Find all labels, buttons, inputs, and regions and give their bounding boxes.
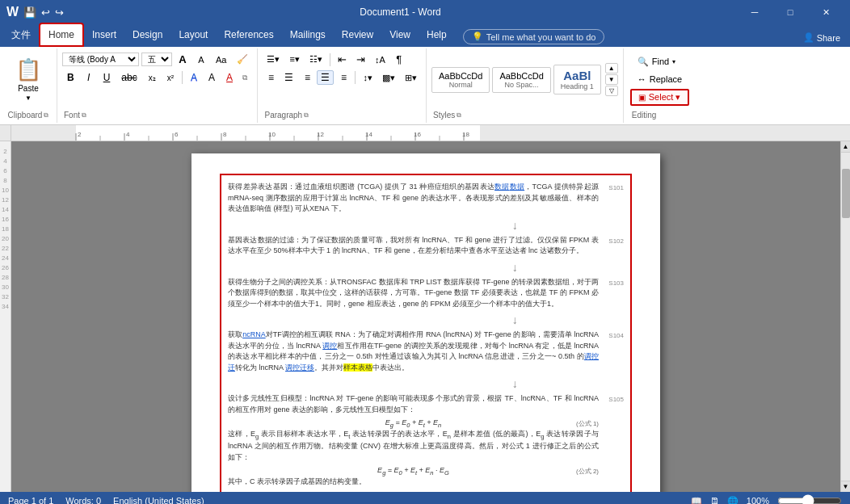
extend-font-icon[interactable]: ⧉: [242, 74, 247, 82]
tell-me-label: Tell me what you want to do: [486, 32, 596, 42]
svg-text:18: 18: [462, 131, 469, 138]
close-button[interactable]: ✕: [808, 0, 844, 24]
align-center-button[interactable]: ☰: [280, 70, 297, 85]
italic-button[interactable]: I: [81, 70, 97, 85]
change-case-button[interactable]: Aa: [212, 53, 230, 66]
find-icon: 🔍: [638, 57, 649, 67]
underline-button[interactable]: U: [99, 70, 116, 85]
multilevel-button[interactable]: ☷▾: [305, 52, 326, 66]
tab-help[interactable]: Help: [419, 23, 455, 47]
shrink-font-button[interactable]: A: [193, 53, 209, 66]
save-icon[interactable]: 💾: [23, 6, 36, 19]
view-print-icon[interactable]: 🖺: [710, 496, 719, 504]
style-heading1[interactable]: AaBl Heading 1: [553, 65, 601, 94]
tab-layout[interactable]: Layout: [170, 23, 216, 47]
tab-file[interactable]: 文件: [3, 23, 39, 47]
font-color-button[interactable]: A: [221, 70, 238, 85]
select-button[interactable]: ▣ Select ▾: [630, 89, 689, 106]
text-effect-button[interactable]: A: [186, 70, 202, 85]
shading-button[interactable]: ▩▾: [378, 71, 399, 85]
sort-button[interactable]: ↕A: [371, 53, 389, 66]
view-read-icon[interactable]: 📖: [691, 496, 702, 505]
style-heading1-preview: AaBl: [561, 69, 594, 82]
ruler-horizontal: 2 4 6 8 10 12 14 16 18: [11, 125, 850, 141]
tab-insert[interactable]: Insert: [84, 23, 124, 47]
paste-label: Paste: [18, 84, 39, 93]
style-no-spacing[interactable]: AaBbCcDd No Spac...: [492, 67, 550, 93]
section-s105-label: S105: [604, 393, 624, 488]
app-title: Document1 - Word: [64, 6, 737, 18]
page-info: Page 1 of 1: [8, 496, 53, 504]
clipboard-label: Clipboard ⧉: [6, 109, 51, 121]
font-group: 等线 (Body A 五号 A A Aa 🧹 B I U abc x₂ x² A…: [57, 48, 258, 123]
tab-references[interactable]: References: [216, 23, 281, 47]
paste-icon: 📋: [15, 57, 41, 82]
bold-button[interactable]: B: [62, 70, 79, 85]
borders-button[interactable]: ⊞▾: [401, 71, 421, 85]
section-s105-text: 设计多元线性互归模型：lncRNA 对 TF-gene 的影响可能表现多个形式的…: [228, 393, 599, 488]
styles-down-button[interactable]: ▼: [605, 74, 618, 85]
window-controls: ─ □ ✕: [737, 0, 844, 24]
justify-button[interactable]: ☰: [317, 70, 334, 85]
highlight-button[interactable]: A: [204, 70, 220, 85]
align-left-button[interactable]: ≡: [263, 70, 279, 85]
vertical-scrollbar[interactable]: ▲ ▼: [840, 141, 850, 492]
styles-expand-icon[interactable]: ⧉: [457, 111, 461, 120]
separator-1: [182, 71, 183, 84]
paragraph-label: Paragraph ⧉: [263, 109, 421, 121]
strikethrough-button[interactable]: abc: [116, 70, 141, 85]
align-right-button[interactable]: ≡: [299, 70, 315, 85]
font-name-select[interactable]: 等线 (Body A: [62, 52, 139, 66]
status-bar: Page 1 of 1 Words: 0 English (United Sta…: [0, 492, 850, 504]
bullets-button[interactable]: ☰▾: [263, 52, 284, 66]
font-expand-icon[interactable]: ⧉: [82, 111, 86, 120]
tab-view[interactable]: View: [381, 23, 419, 47]
arrow-2: ↓: [228, 259, 624, 276]
redo-icon[interactable]: ↪: [55, 6, 64, 19]
grow-font-button[interactable]: A: [175, 52, 191, 67]
paste-button[interactable]: 📋 Paste ▼: [8, 53, 48, 106]
paragraph-expand-icon[interactable]: ⧉: [304, 111, 309, 120]
zoom-slider[interactable]: [777, 494, 842, 504]
select-icon: ▣: [638, 93, 646, 102]
minimize-button[interactable]: ─: [737, 0, 772, 24]
find-button[interactable]: 🔍 Find ▾: [630, 54, 689, 69]
arrow-4: ↓: [228, 376, 624, 393]
share-button[interactable]: 👤 Share: [797, 31, 847, 44]
scroll-down-button[interactable]: ▼: [841, 481, 851, 492]
tell-me-box[interactable]: 💡 Tell me what you want to do: [463, 29, 605, 44]
tab-review[interactable]: Review: [334, 23, 381, 47]
style-normal[interactable]: AaBbCcDd Normal: [431, 67, 490, 93]
svg-text:2: 2: [78, 131, 82, 138]
replace-icon: ↔: [638, 74, 646, 84]
style-nospacing-preview: AaBbCcDd: [499, 71, 543, 81]
decrease-indent-button[interactable]: ⇤: [334, 52, 351, 67]
font-size-select[interactable]: 五号: [141, 52, 172, 66]
styles-up-button[interactable]: ▲: [605, 63, 618, 74]
tab-design[interactable]: Design: [124, 23, 170, 47]
subscript-button[interactable]: x₂: [144, 72, 161, 84]
styles-more-button[interactable]: ▽: [605, 86, 618, 96]
superscript-button[interactable]: x²: [162, 72, 179, 84]
tab-mailings[interactable]: Mailings: [282, 23, 334, 47]
restore-button[interactable]: □: [772, 0, 808, 24]
language: English (United States): [113, 496, 204, 504]
arrow-5: ↓: [228, 490, 624, 492]
line-spacing-button[interactable]: ↕▾: [359, 71, 377, 85]
clipboard-expand-icon[interactable]: ⧉: [44, 111, 48, 120]
clear-format-button[interactable]: 🧹: [233, 52, 252, 66]
style-normal-label: Normal: [439, 81, 482, 89]
view-web-icon[interactable]: 🌐: [727, 496, 738, 505]
replace-button[interactable]: ↔ Replace: [630, 72, 689, 86]
document-content: 获得差异表达基因：通过血液组织图谱 (TCGA) 提供了 31 种癌症组织的基因…: [220, 174, 632, 492]
tab-home[interactable]: Home: [39, 23, 84, 47]
increase-indent-button[interactable]: ⇥: [352, 52, 369, 67]
distributed-button[interactable]: ≡: [335, 70, 351, 85]
show-hide-button[interactable]: ¶: [391, 52, 407, 67]
sep-para-2: [355, 71, 356, 84]
scroll-thumb[interactable]: [842, 169, 850, 218]
section-s102: 基因表达数据的过滤：为了保证数据的质量可靠，我对所有 lncRNA、TF 和 g…: [228, 235, 624, 257]
numbering-button[interactable]: ≡▾: [285, 52, 303, 66]
scroll-up-button[interactable]: ▲: [841, 141, 851, 153]
undo-icon[interactable]: ↩: [41, 6, 50, 19]
